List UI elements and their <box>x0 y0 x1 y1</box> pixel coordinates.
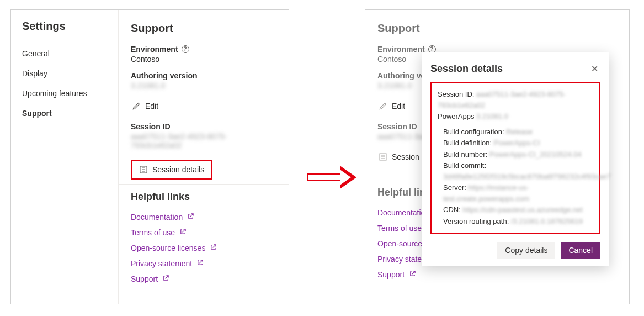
helpful-links-heading: Helpful links <box>131 191 276 203</box>
link-documentation-label: Documentation <box>131 213 183 222</box>
edit-label: Edit <box>145 102 158 110</box>
external-link-icon <box>196 259 204 268</box>
session-id-value: aaa07511-3ae2-4923-8075-793cb1e62a02 <box>131 132 276 150</box>
session-id-key: Session ID: <box>438 90 474 98</box>
environment-value: Contoso <box>131 55 276 64</box>
authoring-version-value: 3.21081.0 <box>131 81 276 90</box>
environment-label: Environment ? <box>131 45 276 54</box>
external-link-icon <box>409 270 416 279</box>
help-icon[interactable]: ? <box>182 45 189 53</box>
build-config-val: Release <box>506 128 533 136</box>
session-id-label: Session ID <box>131 122 276 131</box>
environment-label-text: Environment <box>377 45 425 54</box>
dialog-body: Session ID: aaa07511-3ae2-4923-8075-793c… <box>430 82 600 234</box>
pencil-icon <box>132 102 141 110</box>
session-details-label: Session details <box>152 165 204 174</box>
powerapps-key: PowerApps <box>438 112 474 120</box>
link-terms-label: Terms of use <box>377 224 422 233</box>
link-support-label: Support <box>377 270 405 279</box>
settings-title: Settings <box>11 20 118 44</box>
link-support[interactable]: Support <box>377 267 617 282</box>
build-def-key: Build definition: <box>443 139 492 147</box>
edit-button[interactable]: Edit <box>131 98 276 114</box>
server-key: Server: <box>443 183 466 192</box>
link-open-source-licenses[interactable]: Open-source licenses <box>131 240 276 256</box>
powerapps-val: 3.21081.0 <box>476 112 508 120</box>
link-oss-label: Open-source licenses <box>131 244 205 252</box>
build-num-key: Build number: <box>443 150 487 159</box>
external-link-icon <box>162 275 169 283</box>
support-content: Support Environment ? Contoso Authoring … <box>119 10 289 304</box>
link-support[interactable]: Support <box>131 271 276 287</box>
environment-label-text: Environment <box>131 45 178 54</box>
routing-key: Version routing path: <box>443 217 509 225</box>
routing-val: /3.21081.0.187825619 <box>511 217 583 225</box>
session-details-button[interactable]: Session details <box>131 160 212 180</box>
settings-panel-before: Settings General Display Upcoming featur… <box>10 9 289 304</box>
close-icon[interactable]: ✕ <box>589 62 600 75</box>
dialog-title: Session details <box>430 63 503 75</box>
sidebar-item-upcoming-features[interactable]: Upcoming features <box>11 83 118 103</box>
pencil-icon <box>379 102 387 110</box>
build-commit-key: Build commit: <box>443 161 486 170</box>
sidebar-item-display[interactable]: Display <box>11 64 118 83</box>
settings-sidebar: Settings General Display Upcoming featur… <box>11 10 119 304</box>
cdn-val: https://cdn-paastest.us.azureedge.net <box>462 206 583 214</box>
external-link-icon <box>187 213 194 222</box>
link-terms-label: Terms of use <box>131 228 175 237</box>
details-list-icon <box>379 152 387 161</box>
link-privacy-statement[interactable]: Privacy statement <box>131 256 276 271</box>
support-heading: Support <box>377 22 617 35</box>
cdn-key: CDN: <box>443 206 461 214</box>
cancel-button[interactable]: Cancel <box>561 242 600 259</box>
external-link-icon <box>179 228 187 237</box>
details-list-icon <box>139 165 148 174</box>
link-documentation[interactable]: Documentation <box>131 209 276 225</box>
copy-details-button[interactable]: Copy details <box>497 242 555 259</box>
build-num-val: PowerApps-CI_20210524.04 <box>489 150 582 159</box>
link-privacy-label: Privacy statement <box>131 259 192 268</box>
arrow-annotation <box>307 166 359 190</box>
session-details-dialog: Session details ✕ Session ID: aaa07511-3… <box>422 52 609 266</box>
authoring-version-label: Authoring version <box>131 71 276 80</box>
link-support-label: Support <box>131 275 158 283</box>
sidebar-item-support[interactable]: Support <box>11 103 118 123</box>
sidebar-item-general[interactable]: General <box>11 44 118 64</box>
help-icon[interactable]: ? <box>428 45 436 53</box>
build-commit-val: 3d48fa8e125f2f319c5bcac870ba6f798232c4f9… <box>443 172 611 181</box>
link-terms-of-use[interactable]: Terms of use <box>131 225 276 240</box>
external-link-icon <box>210 244 217 252</box>
build-def-val: PowerApps-CI <box>494 139 540 147</box>
build-config-key: Build configuration: <box>443 128 504 136</box>
edit-label: Edit <box>392 102 405 110</box>
support-heading: Support <box>131 22 276 35</box>
